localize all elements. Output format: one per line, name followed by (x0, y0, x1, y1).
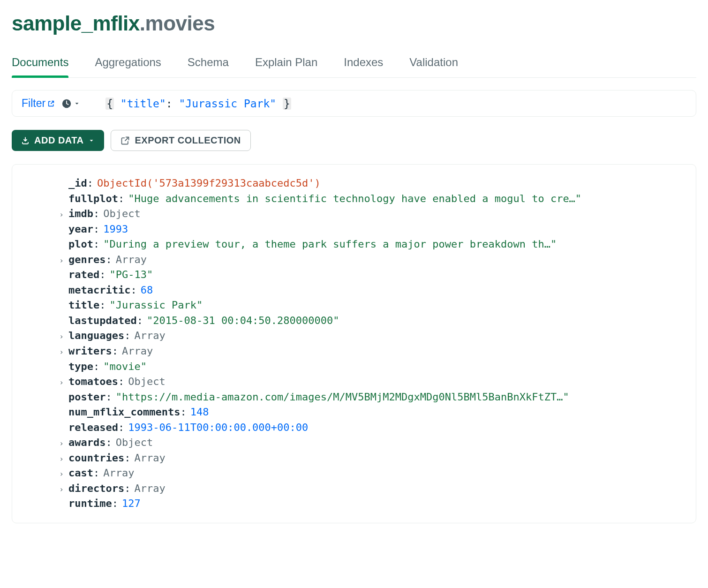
expand-toggle[interactable]: › (57, 468, 66, 480)
database-name: sample_mflix (12, 12, 140, 35)
expand-toggle[interactable]: › (57, 331, 66, 342)
field-key: title (68, 298, 99, 313)
add-data-label: ADD DATA (34, 135, 83, 146)
export-collection-button[interactable]: EXPORT COLLECTION (111, 130, 250, 151)
field-row: fullplot: "Huge advancements in scientif… (23, 191, 685, 207)
field-key: countries (68, 451, 124, 466)
tab-aggregations[interactable]: Aggregations (95, 52, 161, 77)
field-row: ›writers: Array (23, 344, 685, 359)
field-value: "2015-08-31 00:04:50.280000000" (147, 313, 339, 329)
field-row: ›cast: Array (23, 466, 685, 481)
field-value: "movie" (103, 359, 147, 375)
field-key: year (68, 222, 93, 237)
field-row: ›directors: Array (23, 481, 685, 497)
tab-schema[interactable]: Schema (188, 52, 229, 77)
field-row: year: 1993 (23, 222, 685, 237)
field-value: Array (103, 466, 134, 481)
field-row: ›tomatoes: Object (23, 374, 685, 390)
tab-explain-plan[interactable]: Explain Plan (255, 52, 317, 77)
field-row: rated: "PG-13" (23, 267, 685, 283)
field-value: 68 (141, 283, 153, 298)
field-key: awards (68, 435, 105, 451)
caret-down-icon (74, 100, 80, 107)
field-value: "PG-13" (109, 267, 153, 283)
expand-toggle[interactable]: › (57, 453, 66, 465)
field-key: plot (68, 237, 93, 252)
field-row: _id: ObjectId('573a1399f29313caabcedc5d'… (23, 176, 685, 191)
field-key: genres (68, 252, 105, 268)
history-dropdown[interactable] (61, 98, 80, 109)
filter-label[interactable]: Filter (22, 97, 55, 110)
field-key: _id (68, 176, 87, 191)
field-row: ›imdb: Object (23, 206, 685, 222)
field-row: title: "Jurassic Park" (23, 298, 685, 313)
field-row: ›countries: Array (23, 451, 685, 466)
filter-query-input[interactable]: { "title": "Jurassic Park" } (105, 98, 291, 110)
export-collection-label: EXPORT COLLECTION (135, 135, 241, 146)
expand-toggle[interactable]: › (57, 484, 66, 495)
field-key: released (68, 420, 118, 436)
field-value: Object (128, 374, 165, 390)
tab-validation[interactable]: Validation (409, 52, 458, 77)
field-key: directors (68, 481, 124, 497)
field-value: "Huge advancements in scientific technol… (128, 191, 581, 207)
field-row: ›languages: Array (23, 328, 685, 344)
expand-toggle[interactable]: › (57, 377, 66, 388)
field-row: plot: "During a preview tour, a theme pa… (23, 237, 685, 252)
field-value: 148 (190, 405, 209, 420)
field-value: Object (103, 206, 140, 222)
clock-icon (61, 98, 72, 109)
field-value: Array (122, 344, 153, 359)
field-row: released: 1993-06-11T00:00:00.000+00:00 (23, 420, 685, 436)
collection-title: sample_mflix.movies (12, 12, 696, 35)
open-brace: { (105, 98, 114, 110)
field-key: rated (68, 267, 99, 283)
tab-documents[interactable]: Documents (12, 52, 68, 77)
field-key: writers (68, 344, 112, 359)
field-key: num_mflix_comments (68, 405, 180, 420)
field-value: Array (116, 252, 147, 268)
expand-toggle[interactable]: › (57, 255, 66, 266)
document-card: _id: ObjectId('573a1399f29313caabcedc5d'… (12, 164, 696, 523)
external-link-icon (47, 100, 55, 107)
field-value: Array (134, 451, 165, 466)
close-brace: } (283, 98, 291, 110)
field-key: tomatoes (68, 374, 118, 390)
field-key: lastupdated (68, 313, 137, 329)
field-key: languages (68, 328, 124, 344)
field-value: Array (134, 328, 165, 344)
tabs-bar: DocumentsAggregationsSchemaExplain PlanI… (12, 52, 696, 78)
field-row: ›awards: Object (23, 435, 685, 451)
expand-toggle[interactable]: › (57, 438, 66, 449)
caret-down-icon (88, 137, 95, 144)
filter-label-text: Filter (22, 97, 45, 110)
field-value: Array (134, 481, 165, 497)
field-key: poster (68, 390, 105, 405)
field-value: "Jurassic Park" (109, 298, 203, 313)
expand-toggle[interactable]: › (57, 347, 66, 358)
download-icon (21, 136, 30, 145)
field-row: poster: "https://m.media-amazon.com/imag… (23, 390, 685, 405)
field-key: type (68, 359, 93, 375)
field-row: type: "movie" (23, 359, 685, 375)
field-key: fullplot (68, 191, 118, 207)
export-icon (121, 136, 130, 145)
field-row: runtime: 127 (23, 496, 685, 512)
collection-name: .movies (140, 12, 215, 35)
field-key: metacritic (68, 283, 130, 298)
field-row: lastupdated: "2015-08-31 00:04:50.280000… (23, 313, 685, 329)
field-row: num_mflix_comments: 148 (23, 405, 685, 420)
query-value: "Jurassic Park" (179, 98, 276, 110)
field-row: metacritic: 68 (23, 283, 685, 298)
action-row: ADD DATA EXPORT COLLECTION (12, 130, 696, 151)
field-key: runtime (68, 496, 112, 512)
add-data-button[interactable]: ADD DATA (12, 130, 104, 151)
query-key: "title" (121, 98, 166, 110)
field-value: "https://m.media-amazon.com/images/M/MV5… (116, 390, 569, 405)
field-key: imdb (68, 206, 93, 222)
field-key: cast (68, 466, 93, 481)
field-value: ObjectId('573a1399f29313caabcedc5d') (97, 176, 321, 191)
tab-indexes[interactable]: Indexes (344, 52, 383, 77)
expand-toggle[interactable]: › (57, 209, 66, 220)
field-value: 1993-06-11T00:00:00.000+00:00 (128, 420, 308, 436)
